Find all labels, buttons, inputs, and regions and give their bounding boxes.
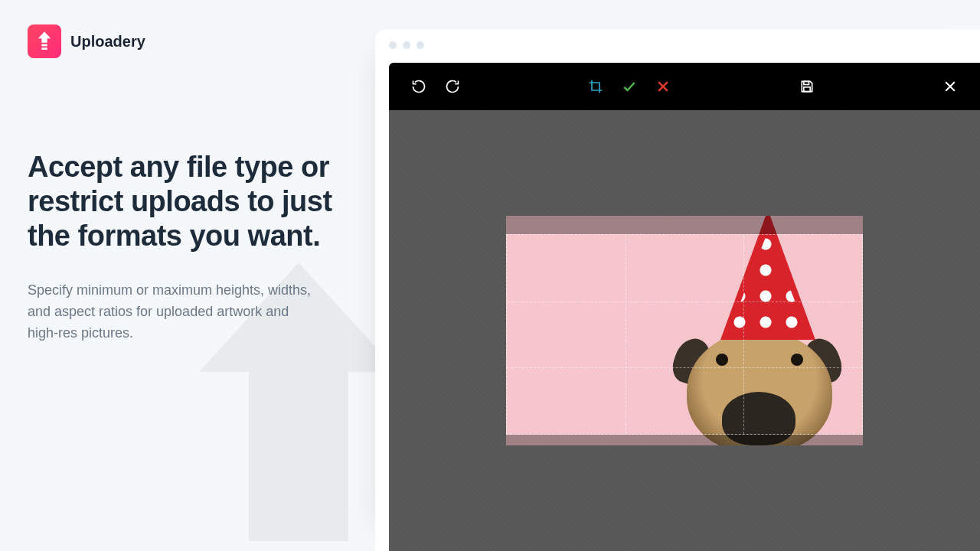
brand: Uploadery — [28, 24, 332, 58]
crop-gridline — [626, 235, 626, 434]
crop-icon[interactable] — [587, 78, 604, 95]
brand-name: Uploadery — [70, 33, 145, 51]
app-window — [375, 29, 980, 551]
crop-gridline — [507, 367, 862, 368]
traffic-dot — [416, 41, 424, 49]
svg-rect-5 — [803, 87, 809, 92]
svg-rect-4 — [803, 81, 808, 84]
rotate-tool-group — [410, 78, 461, 95]
subtext: Specify minimum or maximum heights, widt… — [28, 280, 318, 344]
svg-rect-1 — [41, 47, 47, 50]
crop-tool-group — [587, 78, 671, 95]
marketing-panel: Uploadery Accept any file type or restri… — [0, 0, 360, 551]
crop-shade — [506, 435, 863, 445]
editor-toolbar — [389, 63, 980, 110]
photo-crop-area[interactable] — [506, 216, 863, 445]
traffic-dot — [389, 41, 397, 49]
brand-logo-icon — [28, 24, 61, 58]
crop-gridline — [507, 302, 862, 302]
editor-canvas[interactable] — [389, 110, 980, 551]
crop-gridline — [743, 235, 744, 434]
rotate-left-icon[interactable] — [410, 78, 427, 95]
image-editor — [389, 63, 980, 551]
close-icon[interactable] — [942, 78, 959, 95]
save-icon[interactable] — [799, 78, 815, 95]
svg-rect-0 — [41, 44, 47, 47]
cancel-crop-icon[interactable] — [655, 78, 671, 95]
check-icon[interactable] — [621, 78, 638, 95]
traffic-dot — [403, 41, 410, 49]
rotate-right-icon[interactable] — [444, 78, 461, 95]
crop-shade — [506, 216, 863, 234]
window-traffic-lights — [375, 29, 980, 58]
crop-selection[interactable] — [506, 234, 863, 435]
headline: Accept any file type or restrict uploads… — [28, 150, 332, 253]
